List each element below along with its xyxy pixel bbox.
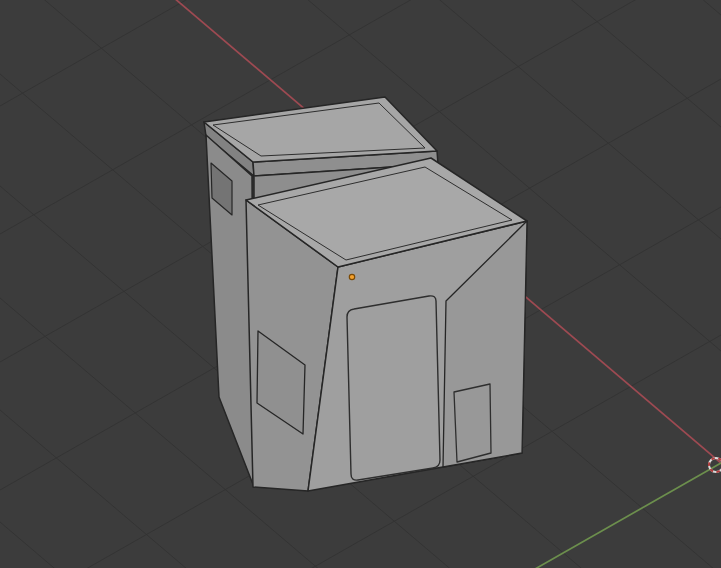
object-origin-dot	[349, 274, 354, 279]
3d-viewport[interactable]	[0, 0, 721, 568]
viewport-canvas[interactable]	[0, 0, 721, 568]
